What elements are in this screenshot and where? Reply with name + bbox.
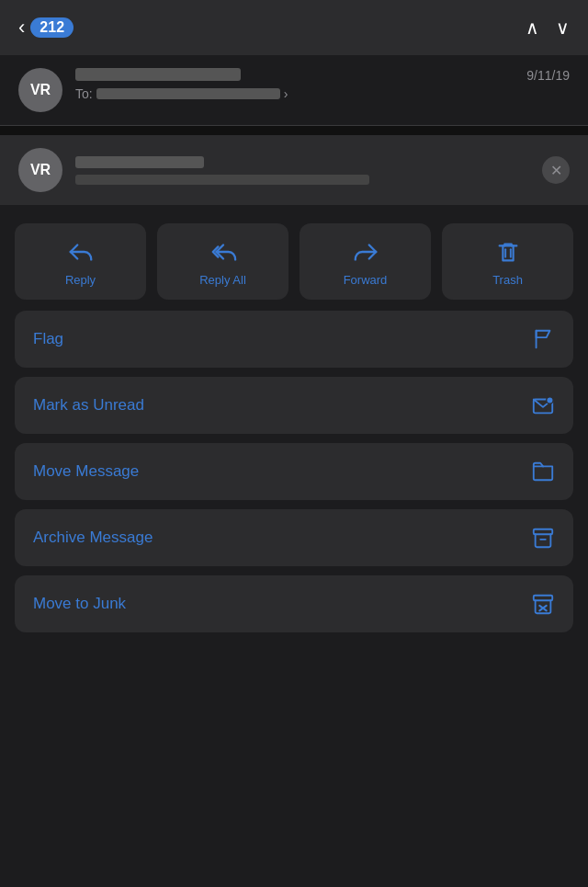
back-chevron-icon: ‹ [18,17,25,38]
trash-icon [494,238,522,266]
to-line: To: › [75,86,514,101]
move-message-action[interactable]: Move Message [15,443,573,500]
reply-icon [67,238,95,266]
action-buttons-container: Reply Reply All Forward [0,205,588,311]
reply-button[interactable]: Reply [15,223,146,300]
close-button[interactable]: ✕ [542,156,570,184]
nav-arrows: ∧ ∨ [526,17,570,39]
move-to-junk-label: Move to Junk [33,595,126,613]
top-navigation: ‹ 212 ∧ ∨ [0,0,588,55]
summary-content [75,156,529,185]
archive-message-label: Archive Message [33,529,153,547]
to-label: To: [75,86,93,101]
forward-icon [352,238,379,266]
mark-unread-label: Mark as Unread [33,396,144,415]
flag-action[interactable]: Flag [15,311,573,368]
email-date: 9/11/19 [526,68,570,83]
forward-label: Forward [344,273,388,287]
sender-name [75,68,241,81]
list-actions: Flag Mark as Unread Move Message Archive… [0,311,588,632]
trash-label: Trash [492,273,523,287]
unread-badge: 212 [30,17,74,38]
move-to-junk-action[interactable]: Move to Junk [15,575,573,632]
summary-subject [75,156,204,168]
move-message-label: Move Message [33,462,139,481]
back-button[interactable]: ‹ 212 [18,17,74,38]
svg-rect-4 [534,529,552,535]
reply-all-icon [209,238,237,266]
forward-button[interactable]: Forward [300,223,431,300]
reply-all-label: Reply All [199,273,246,287]
email-summary-row: VR ✕ [0,135,588,205]
reply-label: Reply [65,273,96,287]
junk-icon [531,592,555,616]
email-header: VR To: › 9/11/19 [0,55,588,126]
sender-avatar: VR [18,68,62,112]
action-buttons-grid: Reply Reply All Forward [15,223,573,300]
trash-button[interactable]: Trash [442,223,573,300]
nav-up-button[interactable]: ∧ [526,17,539,39]
email-info: To: › [75,68,514,101]
to-address [96,88,280,99]
flag-label: Flag [33,330,63,348]
folder-icon [531,460,555,483]
nav-down-button[interactable]: ∨ [556,17,570,39]
mark-unread-icon [531,393,555,417]
flag-icon [531,327,555,351]
section-divider [0,126,588,135]
summary-preview [75,175,369,185]
summary-avatar: VR [18,148,62,192]
reply-all-button[interactable]: Reply All [157,223,288,300]
mark-unread-action[interactable]: Mark as Unread [15,377,573,434]
svg-rect-6 [534,596,552,601]
close-icon: ✕ [550,162,562,179]
to-expand-icon[interactable]: › [284,86,288,101]
archive-icon [531,526,555,550]
archive-message-action[interactable]: Archive Message [15,509,573,566]
svg-point-3 [547,397,553,404]
